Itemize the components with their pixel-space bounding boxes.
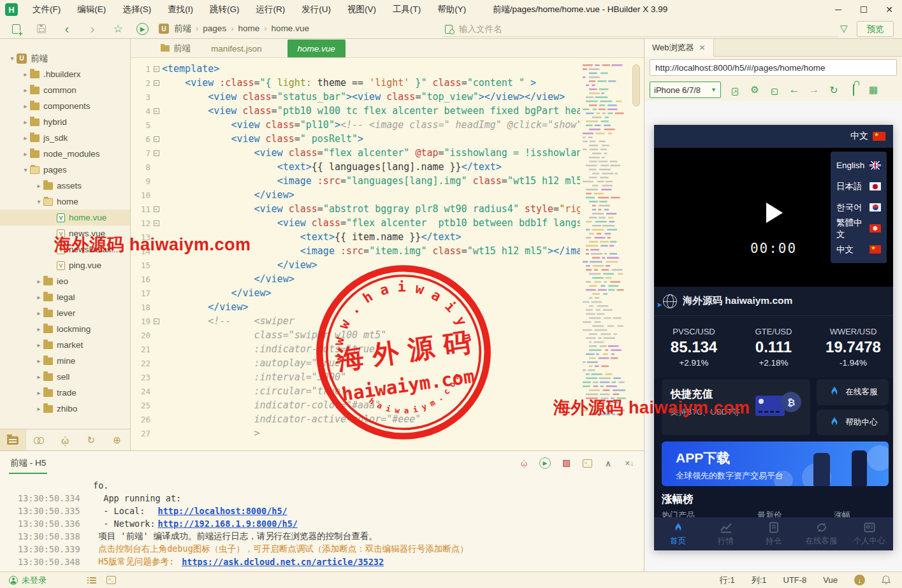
tree-item-hybrid[interactable]: ▸hybrid <box>0 114 130 130</box>
breadcrumb-item[interactable]: home.vue <box>269 24 312 33</box>
tree-item-lever[interactable]: ▸lever <box>0 305 130 321</box>
breadcrumb-item[interactable]: pages <box>200 24 229 33</box>
debug-tab[interactable]: ᾠ <box>52 429 78 451</box>
log-link[interactable]: http://192.168.1.9:8000/h5/ <box>158 519 298 529</box>
menu-item[interactable]: 发行(U) <box>293 4 339 14</box>
close-button[interactable]: ✕ <box>877 0 902 19</box>
device-selector[interactable]: iPhone 6/7/8 ▼ <box>650 82 721 98</box>
fold-minus-icon[interactable]: − <box>154 136 159 142</box>
fold-marker[interactable]: − <box>150 108 162 114</box>
stop-icon[interactable] <box>560 457 572 469</box>
outline-icon[interactable] <box>87 577 96 584</box>
app-header[interactable]: 中文 ★ <box>654 125 893 148</box>
language-option-kr[interactable]: 한국어 <box>831 197 887 218</box>
favorite-icon[interactable]: ☆ <box>108 20 127 37</box>
lock-icon[interactable] <box>848 85 859 96</box>
nav-item-user[interactable]: 个人中心 <box>845 517 893 550</box>
qr-code-icon[interactable]: ▦ <box>868 84 879 96</box>
update-icon[interactable]: ↓ <box>854 575 865 585</box>
fold-marker[interactable]: − <box>150 136 162 142</box>
clear-icon[interactable]: ✕↓ <box>623 457 635 469</box>
tree-item-home[interactable]: ▾home <box>0 194 130 210</box>
browser-tab[interactable]: Web浏览器 ✕ <box>644 39 714 57</box>
url-input[interactable]: http://localhost:8000/h5/#/pages/home/ho… <box>650 59 897 76</box>
filter-icon[interactable]: ▽ <box>840 23 848 34</box>
fold-minus-icon[interactable]: − <box>154 220 159 226</box>
back-icon[interactable]: ‹ <box>57 20 76 37</box>
tree-item-pages[interactable]: ▾pages <box>0 162 130 178</box>
fold-marker[interactable]: − <box>150 319 162 324</box>
notification-bell-icon[interactable] <box>882 575 891 585</box>
save-icon[interactable] <box>32 20 51 37</box>
fold-marker[interactable]: − <box>150 80 162 86</box>
tree-item-nodemodules[interactable]: ▸node_modules <box>0 146 130 162</box>
language-option-gb[interactable]: English <box>831 155 887 176</box>
login-status[interactable]: 未登录 <box>9 575 47 586</box>
language-option-cn[interactable]: 中文★ <box>831 239 887 260</box>
editor-tab-[interactable]: 前端 <box>150 39 201 57</box>
menu-item[interactable]: 运行(R) <box>248 4 294 14</box>
console-icon[interactable]: >_ <box>769 84 780 96</box>
file-search[interactable] <box>442 22 839 37</box>
nav-back-icon[interactable]: ← <box>789 83 800 96</box>
file-search-input[interactable] <box>459 24 803 34</box>
tree-item-sell[interactable]: ▸sell <box>0 369 130 385</box>
collapse-icon[interactable]: ∧ <box>602 457 614 469</box>
files-tab[interactable] <box>0 429 26 451</box>
menu-item[interactable]: 工具(T) <box>384 4 429 14</box>
tree-item-trade[interactable]: ▸trade <box>0 385 130 401</box>
fold-minus-icon[interactable]: − <box>154 66 159 72</box>
tree-item-pingvue[interactable]: Vping.vue <box>0 257 130 273</box>
log-link[interactable]: http://localhost:8000/h5/ <box>158 506 287 516</box>
fold-minus-icon[interactable]: − <box>154 150 159 156</box>
menu-item[interactable]: 选择(S) <box>114 4 159 14</box>
fold-marker[interactable]: − <box>150 66 162 72</box>
ticker-gte[interactable]: GTE/USD0.111+2.18% <box>734 316 813 378</box>
language-option-jp[interactable]: 日本語 <box>831 176 887 197</box>
tree-item-legal[interactable]: ▸legal <box>0 289 130 305</box>
nav-forward-icon[interactable]: → <box>808 83 820 96</box>
editor-tab-homevue[interactable]: home.vue <box>287 39 346 57</box>
nav-item-positions[interactable]: 持仓 <box>750 517 797 550</box>
tree-item-jssdk[interactable]: ▸js_sdk <box>0 130 130 146</box>
open-external-icon[interactable]: ↗ <box>729 85 741 96</box>
fold-marker[interactable]: − <box>150 220 162 226</box>
refresh-tab[interactable]: ↻ <box>78 429 104 451</box>
ticker-pvsc[interactable]: PVSC/USD85.134+2.91% <box>654 316 734 378</box>
nav-item-flame[interactable]: 首页 <box>654 517 702 550</box>
forward-icon[interactable]: › <box>83 20 102 37</box>
menu-item[interactable]: 编辑(E) <box>69 4 114 14</box>
restart-icon[interactable]: ▶ <box>539 457 551 469</box>
console-tab[interactable]: 前端 - H5 <box>9 452 47 474</box>
fold-minus-icon[interactable]: − <box>154 108 159 114</box>
menu-item[interactable]: 跳转(G) <box>201 4 248 14</box>
tree-item-assets[interactable]: ▸assets <box>0 178 130 194</box>
settings-icon[interactable]: ⚙ <box>749 84 760 96</box>
log-link[interactable]: https://ask.dcloud.net.cn/article/35232 <box>182 557 384 567</box>
menu-item[interactable]: 文件(F) <box>24 4 69 14</box>
minimize-button[interactable]: ─ <box>826 0 851 19</box>
help-center-button[interactable]: 帮助中心 <box>817 410 889 435</box>
tree-item-[interactable]: ▾U前端 <box>0 50 130 66</box>
fold-minus-icon[interactable]: − <box>154 80 159 86</box>
tree-item-zhibo[interactable]: ▸zhibo <box>0 401 130 417</box>
tree-item-market[interactable]: ▸market <box>0 337 130 353</box>
debug-bug-icon[interactable]: ᾠ <box>518 457 530 469</box>
nav-item-market[interactable]: 行情 <box>702 517 750 550</box>
search-tab[interactable] <box>26 429 52 451</box>
editor-scrollbar[interactable] <box>632 64 640 106</box>
statusbar-terminal-icon[interactable]: >_ <box>106 576 116 584</box>
web-tab[interactable]: ⊕ <box>104 429 130 451</box>
breadcrumb-item[interactable]: home <box>235 24 262 33</box>
tree-item-homevue[interactable]: Vhome.vue <box>0 210 130 226</box>
preview-button[interactable]: 预览 <box>857 21 894 37</box>
fold-marker[interactable]: − <box>150 150 162 156</box>
menu-item[interactable]: 查找(I) <box>159 4 201 14</box>
maximize-button[interactable]: ☐ <box>851 0 877 19</box>
tree-item-lockming[interactable]: ▸lockming <box>0 321 130 337</box>
tree-item-hbuilderx[interactable]: ▸.hbuilderx <box>0 66 130 82</box>
reload-icon[interactable]: ↻ <box>828 84 840 96</box>
run-icon[interactable]: ▶ <box>136 23 149 35</box>
fold-marker[interactable]: − <box>150 206 162 212</box>
tree-item-ieo[interactable]: ▸ieo <box>0 273 130 289</box>
